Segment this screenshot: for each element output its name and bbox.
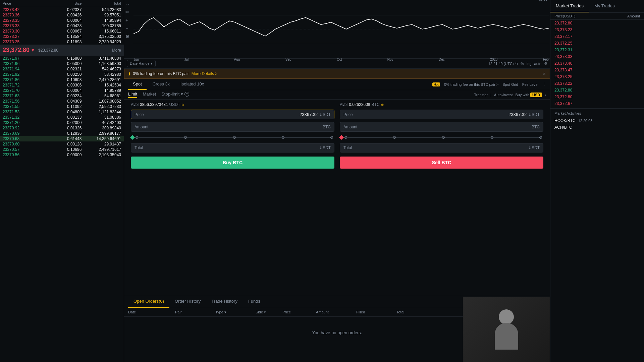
spot-grid-link[interactable]: Spot Grid bbox=[502, 82, 518, 86]
buy-row[interactable]: 23370.600.0012829.91437 bbox=[0, 141, 124, 147]
buy-row[interactable]: 23371.530.048001,121.83344 bbox=[0, 109, 124, 115]
mt-amount bbox=[597, 68, 640, 72]
sell-price: 23373.33 bbox=[3, 23, 42, 28]
sell-price: 23373.42 bbox=[3, 7, 42, 12]
mt-price: 23,372.17 bbox=[554, 34, 597, 39]
buy-row[interactable]: 23370.920.01326309.89840 bbox=[0, 125, 124, 131]
sell-row[interactable]: 23373.250.118982,780.94929 bbox=[0, 39, 124, 45]
fee-link[interactable]: More Details > bbox=[192, 71, 218, 76]
buy-row[interactable]: 23370.560.090002,103.35040 bbox=[0, 152, 124, 158]
log-btn[interactable]: log bbox=[527, 62, 532, 66]
mt-amount bbox=[597, 81, 640, 86]
buy-row[interactable]: 23371.970.158803,711.46884 bbox=[0, 56, 124, 61]
sell-row[interactable]: 23373.330.00428100.03785 bbox=[0, 23, 124, 28]
buy-amount-input-group[interactable]: Amount BTC bbox=[131, 122, 334, 132]
buy-row[interactable]: 23371.920.0025058.42980 bbox=[0, 72, 124, 77]
bottom-tab[interactable]: Trade History bbox=[206, 295, 243, 308]
mt-price: 23,372.25 bbox=[554, 41, 597, 46]
buy-slider-track[interactable] bbox=[136, 137, 333, 138]
sell-row[interactable]: 23373.270.135843,175.02500 bbox=[0, 34, 124, 39]
transfer-link[interactable]: Transfer bbox=[474, 93, 488, 97]
sell-total: 3,175.02500 bbox=[82, 34, 121, 39]
pan-icon[interactable]: ↔ bbox=[125, 1, 130, 7]
sell-amount-input-group[interactable]: Amount BTC bbox=[340, 122, 543, 132]
sell-price: 23373.25 bbox=[3, 40, 42, 44]
sell-button[interactable]: Sell BTC bbox=[340, 157, 543, 169]
mt-amount bbox=[597, 21, 640, 25]
more-options-icon[interactable]: ⋮ bbox=[542, 82, 546, 86]
buy-slider-handle[interactable] bbox=[130, 135, 135, 140]
bottom-tab[interactable]: Open Orders(0) bbox=[128, 295, 169, 308]
sell-slider-row[interactable] bbox=[340, 134, 543, 140]
buy-total: 1,007.08052 bbox=[82, 99, 121, 104]
sell-row[interactable]: 23373.300.0006715.66011 bbox=[0, 28, 124, 34]
sell-total: 546.23683 bbox=[82, 7, 121, 12]
tab-isolated10x[interactable]: Isolated 10x bbox=[176, 79, 209, 90]
tab-cross3x[interactable]: Cross 3x bbox=[148, 79, 174, 90]
bottom-tab[interactable]: Order History bbox=[169, 295, 206, 308]
buy-row[interactable]: 23370.690.128362,999.86177 bbox=[0, 131, 124, 136]
sell-price: 23373.36 bbox=[3, 13, 42, 17]
buy-row[interactable]: 23371.320.0013331.08386 bbox=[0, 115, 124, 120]
buy-size: 0.01326 bbox=[42, 126, 82, 130]
buy-button[interactable]: Buy BTC bbox=[131, 157, 334, 169]
buy-size: 0.04309 bbox=[42, 99, 82, 104]
sell-row[interactable]: 23373.360.0042699.57051 bbox=[0, 12, 124, 18]
crosshair-icon[interactable]: ⊕ bbox=[125, 34, 130, 39]
order-book: Price Size Total 23373.420.02337546.2368… bbox=[0, 0, 124, 362]
tab-stop-limit[interactable]: Stop-limit ▾ ? bbox=[161, 92, 189, 98]
more-button[interactable]: More bbox=[112, 48, 121, 53]
buy-row[interactable]: 23371.560.043091,007.08052 bbox=[0, 99, 124, 104]
buy-row[interactable]: 23371.550.110922,592.37233 bbox=[0, 104, 124, 109]
bottom-tab[interactable]: Funds bbox=[243, 295, 266, 308]
buy-row[interactable]: 23371.940.02321542.46273 bbox=[0, 66, 124, 72]
zoom-out-icon[interactable]: − bbox=[125, 25, 130, 31]
mt-price: 23,373.33 bbox=[554, 54, 597, 59]
percent-btn[interactable]: % bbox=[521, 62, 524, 66]
tab-market-trades[interactable]: Market Trades bbox=[550, 0, 589, 12]
buy-slider-row[interactable] bbox=[131, 134, 334, 140]
buy-price-input[interactable] bbox=[144, 112, 318, 117]
add-funds-icon[interactable]: ⊕ bbox=[181, 103, 184, 107]
pair-fee-text[interactable]: 0% trading fee on this BTC pair > bbox=[444, 82, 498, 86]
sell-row[interactable]: 23373.350.0006414.95894 bbox=[0, 18, 124, 23]
buy-size: 0.00133 bbox=[42, 115, 82, 120]
tab-spot[interactable]: Spot bbox=[128, 79, 147, 90]
tab-market[interactable]: Market bbox=[143, 92, 156, 98]
sell-amount-input[interactable] bbox=[357, 124, 530, 129]
fee-level-link[interactable]: Fee Level bbox=[522, 82, 538, 86]
buy-row[interactable]: 23371.700.0006414.95789 bbox=[0, 88, 124, 93]
buy-row[interactable]: 23371.960.050001,168.59800 bbox=[0, 61, 124, 66]
zoom-in-icon[interactable]: + bbox=[125, 17, 130, 23]
close-banner-button[interactable]: ✕ bbox=[542, 71, 546, 76]
tab-my-trades[interactable]: My Trades bbox=[589, 0, 620, 12]
sell-avbl-currency: BTC bbox=[372, 102, 380, 107]
sell-slider-handle[interactable] bbox=[339, 135, 344, 140]
person-body bbox=[495, 323, 518, 350]
add-funds-sell-icon[interactable]: ⊕ bbox=[381, 103, 384, 107]
buy-row[interactable]: 23371.860.106082,479.28691 bbox=[0, 77, 124, 82]
sell-slider-dot-0 bbox=[344, 136, 347, 139]
sell-price-input[interactable] bbox=[353, 112, 527, 117]
buy-row[interactable]: 23370.570.106962,499.71617 bbox=[0, 147, 124, 152]
sell-slider-track[interactable] bbox=[344, 137, 542, 138]
date-label: Jul bbox=[184, 58, 189, 61]
sell-row[interactable]: 23373.420.02337546.23683 bbox=[0, 7, 124, 12]
buy-price-label: Price bbox=[135, 112, 144, 117]
buy-amount-input[interactable] bbox=[148, 124, 321, 129]
buy-size: 0.00234 bbox=[42, 94, 82, 98]
buy-row[interactable]: 23371.720.0030615.42534 bbox=[0, 82, 124, 88]
buy-row[interactable]: 23370.680.6144314,359.64691 bbox=[0, 136, 124, 141]
pencil-icon[interactable]: ✏ bbox=[125, 9, 130, 15]
auto-btn[interactable]: auto bbox=[534, 62, 541, 66]
buy-with-link[interactable]: Buy with USD bbox=[515, 93, 542, 97]
sell-total: 2,780.94929 bbox=[82, 40, 121, 44]
auto-invest-link[interactable]: Auto-Invest bbox=[494, 93, 513, 97]
buy-price: 23371.63 bbox=[3, 94, 42, 98]
buy-price-input-group[interactable]: Price USDT bbox=[131, 110, 334, 119]
sell-size: 0.00067 bbox=[42, 29, 82, 34]
tab-limit[interactable]: Limit bbox=[128, 92, 137, 98]
buy-row[interactable]: 23371.630.0023454.68961 bbox=[0, 93, 124, 99]
sell-price-input-group[interactable]: Price USDT bbox=[340, 110, 543, 119]
buy-row[interactable]: 23371.200.02000467.42400 bbox=[0, 120, 124, 125]
